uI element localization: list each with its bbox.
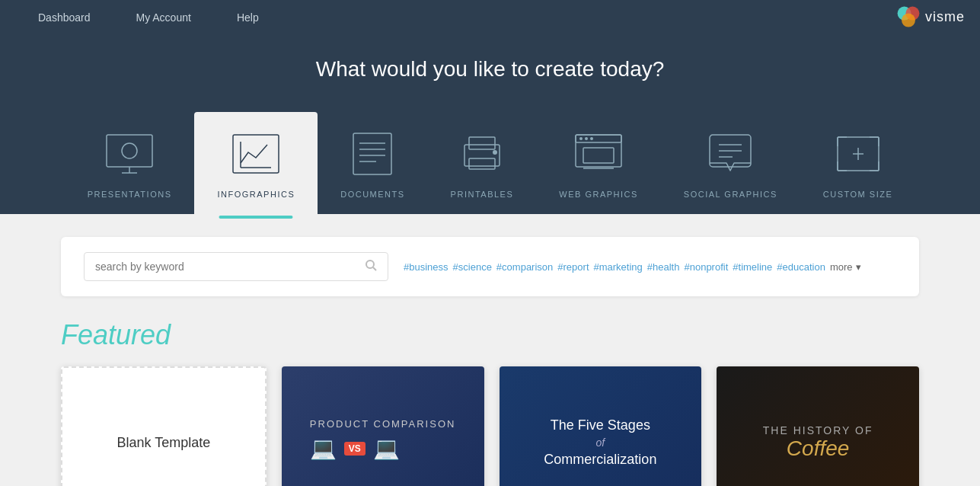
featured-card-coffee[interactable]: THE HISTORY OF Coffee: [717, 366, 919, 486]
svg-point-24: [585, 137, 588, 140]
search-input[interactable]: [95, 261, 357, 273]
web-graphics-icon: [568, 127, 629, 181]
svg-point-4: [122, 143, 137, 158]
tag-comparison[interactable]: #comparison: [496, 261, 553, 273]
infographics-icon: [225, 127, 286, 181]
main-nav: Dashboard My Account Help: [15, 0, 282, 34]
svg-rect-3: [107, 135, 152, 167]
categories-bar: PRESENTATIONS INFOGRAPHICS: [0, 112, 980, 214]
nav-help[interactable]: Help: [214, 0, 282, 34]
search-input-wrap[interactable]: [84, 252, 388, 281]
printables-label: PRINTABLES: [451, 190, 514, 199]
five-stages-of: of: [544, 436, 656, 449]
header: Dashboard My Account Help visme: [0, 0, 980, 34]
laptop-left-icon: 💻: [310, 436, 337, 461]
featured-title: Featured: [61, 319, 919, 351]
svg-point-18: [493, 150, 497, 155]
search-section: #business #science #comparison #report #…: [61, 237, 919, 296]
chevron-down-icon: ▾: [856, 261, 861, 273]
tag-science[interactable]: #science: [453, 261, 492, 273]
custom-size-label: CUSTOM SIZE: [823, 190, 892, 199]
documents-label: DOCUMENTS: [340, 190, 404, 199]
svg-point-25: [590, 137, 593, 140]
tag-timeline[interactable]: #timeline: [733, 261, 772, 273]
svg-point-2: [902, 13, 915, 27]
coffee-history-label: THE HISTORY OF: [763, 424, 873, 436]
nav-my-account[interactable]: My Account: [113, 0, 214, 34]
five-stages-line1: The Five Stages: [544, 417, 656, 433]
tag-marketing[interactable]: #marketing: [594, 261, 643, 273]
featured-card-blank[interactable]: Blank Template: [61, 366, 267, 486]
tags-area: #business #science #comparison #report #…: [404, 261, 896, 273]
visme-logo-icon: [895, 4, 922, 31]
coffee-main-label: Coffee: [763, 436, 873, 461]
documents-icon: [342, 127, 403, 181]
product-comparison-content: PRODUCT COMPARISON 💻 VS 💻: [302, 411, 464, 475]
category-web-graphics[interactable]: WEB GRAPHICS: [536, 112, 661, 214]
svg-rect-16: [469, 137, 495, 149]
search-icon: [365, 259, 377, 274]
category-presentations[interactable]: PRESENTATIONS: [65, 112, 195, 214]
featured-grid: Blank Template PRODUCT COMPARISON 💻 VS 💻…: [61, 366, 919, 486]
category-custom-size[interactable]: CUSTOM SIZE: [800, 112, 915, 214]
printables-icon: [452, 127, 512, 181]
vs-badge: VS: [344, 442, 366, 456]
category-printables[interactable]: PRINTABLES: [428, 112, 537, 214]
hero-section: What would you like to create today? PRE…: [0, 34, 980, 214]
tag-health[interactable]: #health: [647, 261, 680, 273]
logo-text: visme: [925, 9, 965, 25]
category-infographics[interactable]: INFOGRAPHICS: [194, 112, 318, 214]
tag-business[interactable]: #business: [404, 261, 449, 273]
featured-card-five-stages[interactable]: The Five Stages of Commercialization: [500, 366, 702, 486]
five-stages-line2: Commercialization: [544, 452, 656, 468]
laptop-icons: 💻 VS 💻: [310, 436, 456, 461]
category-documents[interactable]: DOCUMENTS: [318, 112, 427, 214]
social-graphics-icon: [700, 127, 761, 181]
svg-rect-19: [576, 135, 621, 167]
svg-line-42: [373, 267, 376, 270]
svg-rect-10: [353, 133, 391, 174]
five-stages-content: The Five Stages of Commercialization: [536, 410, 664, 475]
infographics-label: INFOGRAPHICS: [217, 190, 295, 199]
social-graphics-label: SOCIAL GRAPHICS: [684, 190, 777, 199]
featured-card-product-comparison[interactable]: PRODUCT COMPARISON 💻 VS 💻: [282, 366, 484, 486]
presentations-icon: [99, 127, 160, 181]
blank-template-label: Blank Template: [117, 435, 211, 451]
logo[interactable]: visme: [895, 4, 965, 31]
svg-point-41: [366, 261, 374, 268]
svg-point-23: [579, 137, 583, 140]
hero-title: What would you like to create today?: [0, 57, 980, 82]
coffee-content: THE HISTORY OF Coffee: [755, 417, 881, 468]
laptop-right-icon: 💻: [373, 436, 400, 461]
content-area: #business #science #comparison #report #…: [0, 214, 980, 486]
tag-nonprofit[interactable]: #nonprofit: [684, 261, 728, 273]
presentations-label: PRESENTATIONS: [88, 190, 172, 199]
svg-rect-15: [464, 145, 500, 166]
more-tags-button[interactable]: more ▾: [830, 261, 861, 273]
nav-dashboard[interactable]: Dashboard: [15, 0, 113, 34]
svg-rect-21: [583, 148, 614, 163]
category-social-graphics[interactable]: SOCIAL GRAPHICS: [661, 112, 800, 214]
custom-size-icon: [828, 127, 889, 181]
svg-rect-17: [469, 158, 495, 169]
web-graphics-label: WEB GRAPHICS: [559, 190, 638, 199]
product-comparison-title: PRODUCT COMPARISON: [310, 418, 456, 430]
tag-report[interactable]: #report: [557, 261, 589, 273]
featured-section: Featured Blank Template PRODUCT COMPARIS…: [61, 319, 919, 486]
tag-education[interactable]: #education: [777, 261, 825, 273]
